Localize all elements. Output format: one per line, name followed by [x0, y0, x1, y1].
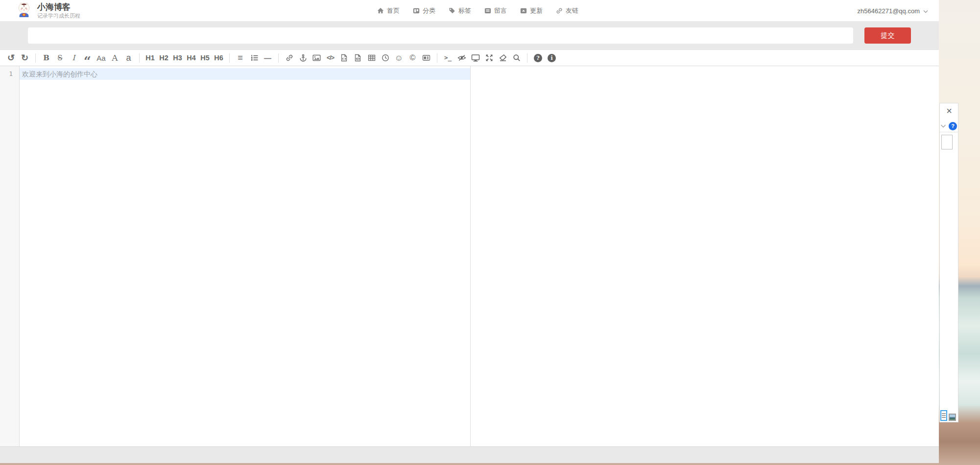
help-button[interactable]: ? [531, 51, 545, 65]
nav-label: 友链 [566, 6, 578, 15]
italic-button[interactable]: I [67, 51, 80, 65]
help-badge-icon[interactable]: ? [949, 122, 957, 130]
h2-button[interactable]: H2 [157, 51, 170, 65]
chain-link-icon [286, 54, 293, 62]
clock-icon [382, 54, 389, 62]
info-icon: i [548, 54, 556, 62]
site-logo-avatar [17, 2, 31, 20]
smiley-icon: ☺ [395, 54, 403, 62]
strikethrough-icon: S [57, 54, 62, 62]
info-button[interactable]: i [545, 51, 558, 65]
toolbar-separator [229, 53, 230, 63]
undo-button[interactable]: ↺ [4, 51, 18, 65]
link-icon [556, 7, 563, 14]
unordered-list-button[interactable]: ≡ [234, 51, 247, 65]
inline-code-icon: </> [327, 55, 334, 61]
redo-button[interactable]: ↻ [18, 51, 31, 65]
line-number: 1 [0, 68, 19, 80]
page-footer [0, 446, 939, 463]
ordered-list-button[interactable] [247, 51, 261, 65]
widget-controls-row: ? [940, 122, 958, 130]
clear-button[interactable] [496, 51, 509, 65]
toolbar-separator [35, 53, 36, 63]
site-brand[interactable]: 小海博客 记录学习成长历程 [17, 2, 80, 20]
horizontal-rule-button[interactable]: — [261, 51, 274, 65]
watch-toggle-button[interactable] [455, 51, 468, 65]
bold-button[interactable]: B [40, 51, 53, 65]
preformatted-text-button[interactable] [337, 51, 351, 65]
ordered-list-icon [250, 54, 258, 62]
preview-pane [471, 66, 939, 446]
uppercase-button[interactable]: A [108, 51, 121, 65]
h1-button[interactable]: H1 [143, 51, 157, 65]
close-icon[interactable]: × [944, 106, 954, 116]
code-block-button[interactable] [351, 51, 364, 65]
ucwords-button[interactable]: Aa [95, 51, 108, 65]
fullscreen-button[interactable] [482, 51, 496, 65]
insert-link-button[interactable] [283, 51, 296, 65]
widget-divider [940, 132, 958, 132]
toolbar-separator [278, 53, 279, 63]
account-menu[interactable]: zh56462271@qq.com [858, 0, 928, 22]
widget-bottom-icons [940, 410, 956, 421]
chevron-down-icon [923, 6, 928, 15]
toolbar-separator [139, 53, 140, 63]
nav-item-home[interactable]: 首页 [377, 6, 400, 15]
emoji-button[interactable]: ☺ [392, 51, 406, 65]
h4-button[interactable]: H4 [185, 51, 198, 65]
search-button[interactable] [510, 51, 523, 65]
nav-item-updates[interactable]: 更新 [520, 6, 543, 15]
h6-button[interactable]: H6 [212, 51, 225, 65]
italic-icon: I [72, 54, 75, 62]
eye-slash-icon [457, 54, 466, 62]
h5-button[interactable]: H5 [198, 51, 212, 65]
markdown-editor: 1 欢迎来到小海的创作中心 [0, 66, 939, 446]
nav-label: 更新 [530, 6, 543, 15]
h2-icon: H2 [159, 54, 168, 62]
newspaper-icon [422, 54, 430, 62]
fullscreen-arrows-icon [485, 54, 493, 62]
html-entities-button[interactable]: © [406, 51, 419, 65]
editor-toolbar: ↺ ↻ B S I “ Aa A a H1 H2 H3 H4 H5 H6 ≡ — [0, 49, 939, 66]
pagebreak-button[interactable] [420, 51, 433, 65]
main-content: 小海博客 记录学习成长历程 首页 分类 标签 [0, 0, 939, 463]
preview-button[interactable] [469, 51, 482, 65]
chevron-down-icon[interactable] [940, 122, 946, 130]
home-icon [377, 7, 384, 14]
image-icon [312, 54, 321, 62]
h4-icon: H4 [187, 54, 196, 62]
code-pane: 1 欢迎来到小海的创作中心 [0, 66, 470, 446]
mini-input-box[interactable] [941, 135, 953, 149]
compose-bar: 提交 [0, 22, 939, 49]
quote-icon: “ [84, 55, 91, 61]
nav-item-tags[interactable]: 标签 [449, 6, 471, 15]
nav-label: 留言 [494, 6, 507, 15]
file-code-block-icon [354, 54, 361, 62]
editor-placeholder: 欢迎来到小海的创作中心 [22, 70, 97, 78]
markdown-editor-area[interactable]: 欢迎来到小海的创作中心 [20, 66, 470, 446]
h3-button[interactable]: H3 [171, 51, 184, 65]
eraser-icon [499, 54, 507, 62]
datetime-button[interactable] [379, 51, 392, 65]
goto-line-button[interactable]: >_ [441, 51, 454, 65]
insert-image-button[interactable] [310, 51, 323, 65]
toolbar-separator [527, 53, 527, 63]
columns-icon [413, 7, 420, 14]
quote-button[interactable]: “ [81, 51, 94, 65]
image-option-icon[interactable] [949, 414, 956, 421]
user-email: zh56462271@qq.com [858, 7, 920, 15]
inline-code-button[interactable]: </> [324, 51, 337, 65]
nav-item-friend-links[interactable]: 友链 [556, 6, 578, 15]
strikethrough-button[interactable]: S [53, 51, 67, 65]
nav-item-categories[interactable]: 分类 [413, 6, 435, 15]
bold-icon: B [43, 54, 49, 62]
post-title-input[interactable] [28, 27, 853, 44]
uppercase-icon: A [112, 54, 118, 62]
submit-button[interactable]: 提交 [864, 27, 911, 44]
text-option-icon[interactable] [940, 410, 947, 421]
nav-item-messages[interactable]: 留言 [484, 6, 507, 15]
lowercase-icon: a [126, 53, 131, 62]
insert-table-button[interactable] [365, 51, 378, 65]
reference-link-button[interactable] [296, 51, 310, 65]
lowercase-button[interactable]: a [122, 51, 135, 65]
